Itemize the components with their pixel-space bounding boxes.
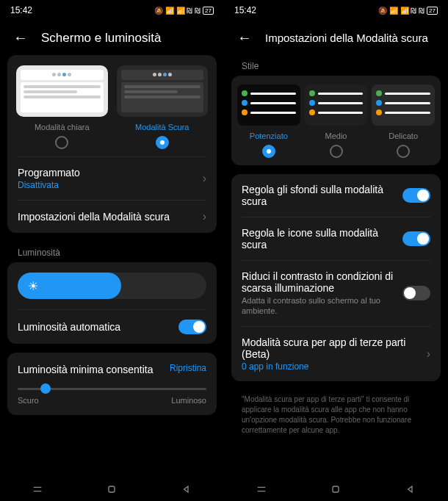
theme-option-light[interactable]: Modalità chiara [16, 65, 108, 149]
recent-icon[interactable] [256, 483, 267, 495]
nav-bar [224, 477, 448, 501]
min-brightness-slider[interactable] [18, 388, 206, 390]
right-screen: 15:42 🔕 📶 📶 ₪ ₪ 27 ← Impostazioni della … [224, 0, 448, 501]
theme-card: Modalità chiara Modalità Scura [7, 55, 217, 233]
home-icon[interactable] [106, 483, 118, 495]
chevron-right-icon: › [427, 347, 430, 361]
brightness-slider[interactable]: ☀ [18, 273, 206, 299]
header: ← Impostazioni della Modalità scura [224, 21, 448, 55]
style-enhanced[interactable]: Potenziato [237, 84, 300, 158]
auto-brightness-toggle[interactable] [178, 320, 206, 334]
recent-icon[interactable] [32, 483, 43, 495]
min-brightness-title: Luminosità minima consentita [18, 363, 153, 376]
page-title: Impostazioni della Modalità scura [265, 32, 428, 44]
svg-rect-0 [109, 486, 115, 492]
chevron-right-icon: › [203, 210, 206, 223]
dark-label: Modalità Scura [117, 123, 209, 131]
header: ← Schermo e luminosità [0, 21, 224, 55]
medium-preview [305, 84, 368, 126]
status-bar: 15:42 🔕 📶 📶 ₪ ₪ 27 [224, 0, 448, 21]
status-icons: 🔕 📶 📶 ₪ ₪ 27 [154, 7, 214, 15]
slider-light-label: Luminoso [171, 396, 206, 405]
nav-bar [0, 477, 224, 501]
adjust-wallpaper-item: Regola gli sfondi sulla modalità scura [231, 174, 441, 217]
light-radio[interactable] [55, 136, 68, 149]
nav-back-icon[interactable] [405, 483, 416, 495]
left-screen: 15:42 🔕 📶 📶 ₪ ₪ 27 ← Schermo e luminosit… [0, 0, 224, 501]
back-icon[interactable]: ← [13, 29, 28, 46]
dark-settings-item[interactable]: Impostazioni della Modalità scura › [7, 201, 217, 233]
medium-radio[interactable] [330, 145, 343, 158]
style-section-label: Stile [231, 55, 441, 76]
sun-icon: ☀ [28, 279, 38, 293]
slider-dark-label: Scuro [18, 396, 39, 405]
status-icons: 🔕 📶 📶 ₪ ₪ 27 [378, 7, 438, 15]
status-time: 15:42 [10, 5, 32, 15]
gentle-preview [372, 84, 435, 126]
back-icon[interactable]: ← [237, 29, 252, 46]
enhanced-radio[interactable] [262, 145, 275, 158]
theme-option-dark[interactable]: Modalità Scura [117, 65, 209, 149]
light-preview [16, 65, 108, 117]
adjust-icons-item: Regola le icone sulla modalità scura [231, 217, 441, 260]
dark-preview [117, 65, 209, 117]
min-brightness-card: Luminosità minima consentita Ripristina … [7, 353, 217, 415]
contrast-toggle[interactable] [402, 286, 430, 300]
brightness-section-label: Luminosità [7, 242, 217, 262]
dark-radio[interactable] [156, 136, 169, 149]
style-medium[interactable]: Medio [305, 84, 368, 158]
style-card: Potenziato Medio [231, 76, 441, 165]
wallpaper-toggle[interactable] [402, 188, 430, 203]
gentle-radio[interactable] [397, 145, 410, 158]
nav-back-icon[interactable] [181, 483, 192, 495]
status-bar: 15:42 🔕 📶 📶 ₪ ₪ 27 [0, 0, 224, 21]
brightness-card: ☀ Luminosità automatica [7, 262, 217, 344]
reduce-contrast-item: Riduci il contrasto in condizioni di sca… [231, 261, 441, 326]
scheduled-item[interactable]: Programmato Disattivata › [7, 157, 217, 200]
page-title: Schermo e luminosità [41, 31, 161, 46]
options-card: Regola gli sfondi sulla modalità scura R… [231, 174, 441, 381]
status-time: 15:42 [234, 5, 256, 15]
icons-toggle[interactable] [402, 231, 430, 246]
auto-brightness-item: Luminosità automatica [7, 310, 217, 344]
footer-note: "Modalità scura per app di terze parti" … [231, 390, 441, 446]
home-icon[interactable] [330, 483, 342, 495]
third-party-item[interactable]: Modalità scura per app di terze parti (B… [231, 327, 441, 381]
chevron-right-icon: › [203, 172, 206, 185]
enhanced-preview [237, 84, 300, 126]
light-label: Modalità chiara [16, 123, 108, 131]
style-gentle[interactable]: Delicato [372, 84, 435, 158]
svg-rect-1 [333, 486, 339, 492]
reset-button[interactable]: Ripristina [170, 363, 206, 373]
